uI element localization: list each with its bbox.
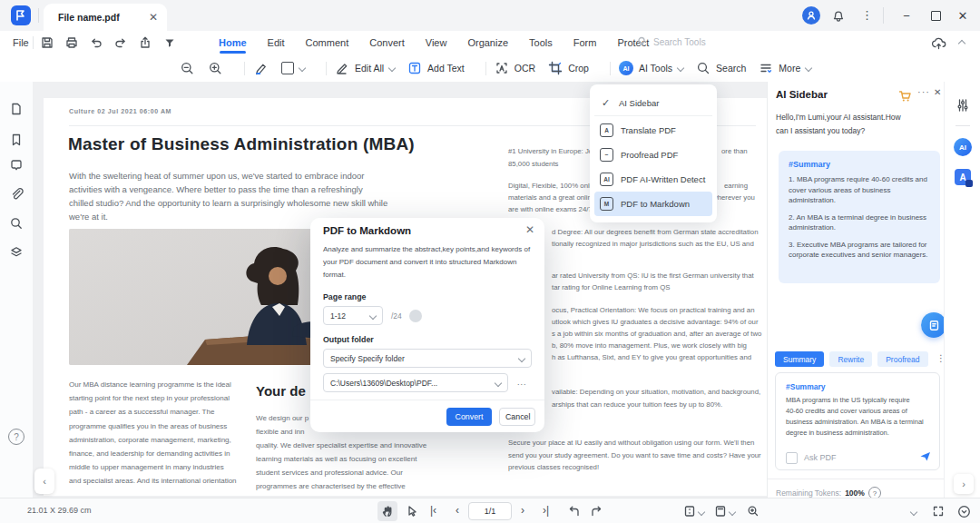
expand-right-panel-button[interactable]: › (954, 474, 974, 494)
text-line: MBA programs in the US typically require (786, 396, 924, 407)
dialog-close-icon[interactable]: ✕ (525, 223, 534, 236)
undo-icon[interactable] (89, 35, 103, 50)
page-number-input[interactable]: 1/1 (468, 502, 512, 520)
collapse-statusbar-icon[interactable] (956, 504, 971, 518)
ai-tab[interactable]: Proofread (877, 351, 927, 367)
attachments-panel-icon[interactable] (9, 187, 24, 202)
menu-item[interactable]: Organize (466, 34, 509, 52)
highlighter-tool[interactable] (253, 61, 269, 76)
output-folder-select[interactable]: Specify Specify folder (323, 349, 532, 368)
hand-tool-button[interactable] (377, 501, 397, 521)
save-icon[interactable] (40, 35, 54, 50)
dropdown-menu-item[interactable]: ✓ AI Sidebar (594, 91, 712, 116)
quick-access-filter-icon[interactable] (162, 35, 177, 50)
more-button[interactable]: More (759, 61, 811, 75)
thumbnails-panel-icon[interactable] (9, 102, 24, 116)
crop-button[interactable]: Crop (548, 61, 589, 75)
menu-item[interactable]: View (425, 34, 448, 52)
ai-quick-action-button[interactable] (921, 312, 946, 338)
print-icon[interactable] (64, 35, 79, 50)
dropdown-menu-item[interactable]: AI PDF AI-Written Detect (594, 167, 712, 192)
page-layout-button[interactable] (713, 504, 728, 518)
minimize-button[interactable]: − (898, 7, 915, 24)
close-window-button[interactable]: ✕ (955, 7, 971, 24)
rotate-right-icon[interactable] (590, 504, 604, 518)
notifications-bell-icon[interactable] (831, 8, 846, 23)
more-options-icon[interactable]: ⋮ (861, 8, 873, 22)
app-logo-icon[interactable] (11, 5, 31, 25)
dropdown-menu-item[interactable]: M PDF to Markdown (594, 192, 712, 216)
cart-icon[interactable] (898, 90, 912, 103)
tab-close-icon[interactable]: ✕ (149, 11, 158, 24)
search-panel-icon[interactable] (9, 216, 24, 231)
collapse-toolbar-icon[interactable] (958, 39, 965, 46)
ai-sidebar-icon[interactable]: AI (954, 138, 972, 156)
sidebar-more-icon[interactable]: ··· (917, 86, 930, 97)
sidebar-close-icon[interactable]: ✕ (934, 87, 941, 97)
page-range-select[interactable]: 1-12 (323, 306, 383, 325)
ask-pdf-checkbox[interactable] (786, 452, 798, 464)
zoom-in-button[interactable] (208, 61, 223, 76)
bookmarks-panel-icon[interactable] (9, 133, 24, 147)
share-icon[interactable] (138, 35, 152, 50)
ask-pdf-input[interactable]: Ask PDF (804, 453, 913, 462)
ocr-button[interactable]: OCR (495, 61, 535, 75)
zoom-lens-icon[interactable] (746, 504, 760, 518)
cloud-upload-icon[interactable] (931, 36, 946, 50)
ai-tab[interactable]: Rewrite (829, 351, 872, 367)
ai-greeting: Hello,I'm Lumi,your AI assistant.Howcan … (776, 113, 901, 140)
next-page-button[interactable]: › (521, 504, 524, 517)
add-text-button[interactable]: Add Text (407, 61, 465, 75)
dropdown-menu-item[interactable]: A Translate PDF (594, 118, 712, 143)
fullscreen-icon[interactable] (931, 504, 946, 518)
select-tool-button[interactable] (405, 504, 419, 518)
titlebar: File name.pdf ✕ ⋮ − ✕ (0, 0, 980, 31)
convert-button[interactable]: Convert (446, 408, 492, 426)
menu-item[interactable]: Home (218, 34, 248, 52)
menu-item[interactable]: Tools (528, 34, 554, 52)
rotate-left-icon[interactable] (566, 504, 581, 518)
shape-tool[interactable] (281, 62, 305, 74)
zoom-presets-chevron-icon[interactable] (910, 508, 917, 516)
text-line: activities with a vengeance. Where bette… (69, 184, 387, 198)
document-tab[interactable]: File name.pdf ✕ (44, 4, 167, 31)
divider (768, 479, 944, 479)
ai-tools-button[interactable]: AI AI Tools (619, 61, 683, 75)
previous-page-button[interactable]: ‹ (456, 504, 459, 517)
browse-folder-button[interactable]: ... (517, 378, 527, 387)
first-page-button[interactable]: |‹ (430, 504, 436, 517)
send-icon[interactable] (919, 449, 931, 466)
scroll-mode-chevron-icon[interactable] (698, 508, 705, 516)
redo-icon[interactable] (113, 35, 128, 50)
ocr-label: OCR (514, 63, 535, 74)
page-layout-chevron-icon[interactable] (729, 508, 736, 516)
page-dimensions: 21.01 X 29.69 cm (27, 506, 92, 515)
menu-item-icon: ✓ (600, 97, 612, 109)
menu-item[interactable]: Comment (305, 34, 350, 52)
layers-panel-icon[interactable] (9, 245, 24, 260)
last-page-button[interactable]: ›| (543, 504, 549, 517)
menu-item[interactable]: Form (573, 34, 598, 52)
folder-path-select[interactable]: C:\Users\13609\Desktop\PDF... (323, 373, 508, 392)
comments-panel-icon[interactable] (9, 158, 24, 173)
search-button[interactable]: Search (696, 61, 746, 75)
dropdown-menu-item[interactable]: ~ Proofread PDF (594, 143, 712, 167)
scroll-mode-button[interactable] (682, 504, 697, 518)
help-icon[interactable]: ? (8, 429, 24, 445)
file-menu[interactable]: File (13, 37, 29, 48)
search-tools[interactable]: Search Tools (635, 35, 706, 48)
maximize-button[interactable] (927, 7, 944, 24)
cancel-button[interactable]: Cancel (499, 408, 535, 426)
menu-item[interactable]: Edit (267, 34, 286, 52)
text-line: business administration. An MBA is a ter… (786, 418, 924, 429)
collapse-left-panel-button[interactable]: ‹ (34, 469, 54, 494)
edit-all-button[interactable]: Edit All (335, 61, 395, 75)
menu-item[interactable]: Convert (368, 34, 406, 52)
ai-tab[interactable]: Summary (775, 351, 824, 367)
zoom-out-button[interactable] (180, 61, 195, 76)
text-line: finance, and leadership for demanding ac… (69, 449, 237, 463)
pdf-to-markdown-dialog: PDF to Markdown ✕ Analyze and summarize … (310, 218, 544, 432)
user-avatar[interactable] (802, 6, 820, 25)
translate-icon[interactable]: A (955, 169, 971, 185)
properties-sliders-icon[interactable] (956, 98, 970, 113)
